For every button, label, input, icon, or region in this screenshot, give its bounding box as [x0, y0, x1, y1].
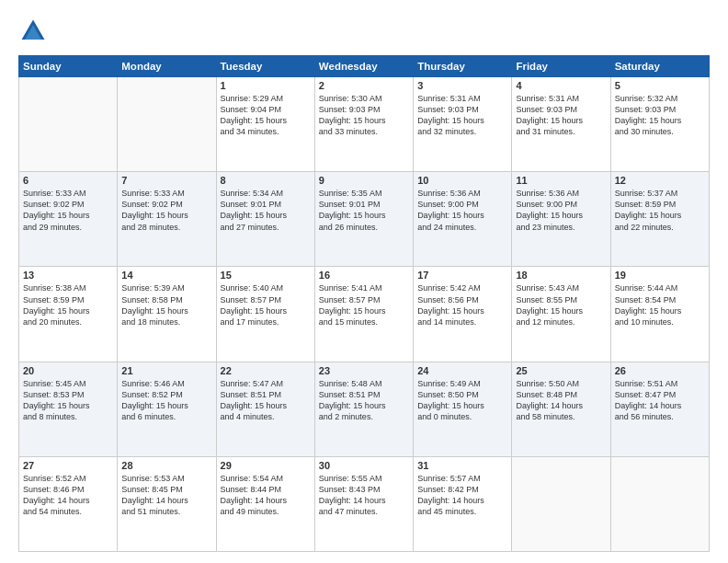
day-number: 17 [417, 270, 507, 281]
day-number: 25 [516, 365, 606, 376]
day-info: Sunrise: 5:41 AM Sunset: 8:57 PM Dayligh… [319, 282, 409, 327]
calendar-cell [118, 77, 216, 172]
calendar-cell: 10Sunrise: 5:36 AM Sunset: 9:00 PM Dayli… [414, 172, 512, 267]
weekday-header-monday: Monday [118, 56, 216, 77]
day-info: Sunrise: 5:54 AM Sunset: 8:44 PM Dayligh… [221, 473, 311, 518]
day-number: 22 [221, 365, 311, 376]
week-row-5: 27Sunrise: 5:52 AM Sunset: 8:46 PM Dayli… [19, 456, 710, 551]
calendar-cell: 23Sunrise: 5:48 AM Sunset: 8:51 PM Dayli… [314, 362, 413, 456]
calendar-cell [512, 456, 610, 551]
day-info: Sunrise: 5:33 AM Sunset: 9:02 PM Dayligh… [23, 188, 113, 233]
day-info: Sunrise: 5:32 AM Sunset: 9:03 PM Dayligh… [615, 93, 705, 138]
day-number: 28 [121, 460, 211, 471]
calendar-cell: 3Sunrise: 5:31 AM Sunset: 9:03 PM Daylig… [414, 77, 512, 172]
day-number: 15 [221, 270, 311, 281]
calendar-cell: 8Sunrise: 5:34 AM Sunset: 9:01 PM Daylig… [216, 172, 314, 267]
day-info: Sunrise: 5:33 AM Sunset: 9:02 PM Dayligh… [121, 188, 211, 233]
day-info: Sunrise: 5:42 AM Sunset: 8:56 PM Dayligh… [417, 282, 507, 327]
day-info: Sunrise: 5:43 AM Sunset: 8:55 PM Dayligh… [516, 282, 606, 327]
logo-icon [18, 17, 48, 46]
calendar-cell: 14Sunrise: 5:39 AM Sunset: 8:58 PM Dayli… [118, 267, 216, 362]
day-number: 29 [221, 460, 311, 471]
day-number: 19 [615, 270, 705, 281]
day-info: Sunrise: 5:57 AM Sunset: 8:42 PM Dayligh… [417, 473, 507, 518]
day-number: 24 [417, 365, 507, 376]
week-row-1: 1Sunrise: 5:29 AM Sunset: 9:04 PM Daylig… [19, 77, 710, 172]
day-info: Sunrise: 5:29 AM Sunset: 9:04 PM Dayligh… [221, 93, 311, 138]
calendar-cell: 16Sunrise: 5:41 AM Sunset: 8:57 PM Dayli… [314, 267, 413, 362]
weekday-header-tuesday: Tuesday [216, 56, 314, 77]
day-info: Sunrise: 5:35 AM Sunset: 9:01 PM Dayligh… [319, 188, 409, 233]
calendar-cell: 18Sunrise: 5:43 AM Sunset: 8:55 PM Dayli… [512, 267, 610, 362]
weekday-header-friday: Friday [512, 56, 610, 77]
day-number: 12 [615, 175, 705, 186]
calendar-cell: 4Sunrise: 5:31 AM Sunset: 9:03 PM Daylig… [512, 77, 610, 172]
calendar-cell: 2Sunrise: 5:30 AM Sunset: 9:03 PM Daylig… [314, 77, 413, 172]
day-info: Sunrise: 5:37 AM Sunset: 8:59 PM Dayligh… [615, 188, 705, 233]
day-info: Sunrise: 5:49 AM Sunset: 8:50 PM Dayligh… [417, 378, 507, 423]
day-info: Sunrise: 5:36 AM Sunset: 9:00 PM Dayligh… [516, 188, 606, 233]
day-number: 9 [319, 175, 409, 186]
header [18, 17, 710, 46]
calendar-cell: 30Sunrise: 5:55 AM Sunset: 8:43 PM Dayli… [314, 456, 413, 551]
calendar-cell: 25Sunrise: 5:50 AM Sunset: 8:48 PM Dayli… [512, 362, 610, 456]
day-info: Sunrise: 5:45 AM Sunset: 8:53 PM Dayligh… [23, 378, 113, 423]
day-number: 21 [121, 365, 211, 376]
day-info: Sunrise: 5:39 AM Sunset: 8:58 PM Dayligh… [121, 282, 211, 327]
calendar-cell: 17Sunrise: 5:42 AM Sunset: 8:56 PM Dayli… [414, 267, 512, 362]
day-info: Sunrise: 5:31 AM Sunset: 9:03 PM Dayligh… [516, 93, 606, 138]
day-info: Sunrise: 5:50 AM Sunset: 8:48 PM Dayligh… [516, 378, 606, 423]
day-number: 18 [516, 270, 606, 281]
calendar-cell: 26Sunrise: 5:51 AM Sunset: 8:47 PM Dayli… [610, 362, 709, 456]
day-info: Sunrise: 5:55 AM Sunset: 8:43 PM Dayligh… [319, 473, 409, 518]
day-info: Sunrise: 5:53 AM Sunset: 8:45 PM Dayligh… [121, 473, 211, 518]
calendar-cell: 13Sunrise: 5:38 AM Sunset: 8:59 PM Dayli… [19, 267, 118, 362]
calendar-cell: 28Sunrise: 5:53 AM Sunset: 8:45 PM Dayli… [118, 456, 216, 551]
calendar-cell: 12Sunrise: 5:37 AM Sunset: 8:59 PM Dayli… [610, 172, 709, 267]
day-number: 31 [417, 460, 507, 471]
weekday-header-saturday: Saturday [610, 56, 709, 77]
week-row-4: 20Sunrise: 5:45 AM Sunset: 8:53 PM Dayli… [19, 362, 710, 456]
day-number: 11 [516, 175, 606, 186]
day-number: 6 [23, 175, 113, 186]
day-info: Sunrise: 5:44 AM Sunset: 8:54 PM Dayligh… [615, 282, 705, 327]
day-info: Sunrise: 5:38 AM Sunset: 8:59 PM Dayligh… [23, 282, 113, 327]
day-number: 20 [23, 365, 113, 376]
calendar-cell: 19Sunrise: 5:44 AM Sunset: 8:54 PM Dayli… [610, 267, 709, 362]
calendar-cell: 31Sunrise: 5:57 AM Sunset: 8:42 PM Dayli… [414, 456, 512, 551]
day-number: 30 [319, 460, 409, 471]
calendar-cell: 1Sunrise: 5:29 AM Sunset: 9:04 PM Daylig… [216, 77, 314, 172]
day-info: Sunrise: 5:52 AM Sunset: 8:46 PM Dayligh… [23, 473, 113, 518]
calendar-cell: 6Sunrise: 5:33 AM Sunset: 9:02 PM Daylig… [19, 172, 118, 267]
logo [18, 17, 51, 46]
week-row-2: 6Sunrise: 5:33 AM Sunset: 9:02 PM Daylig… [19, 172, 710, 267]
day-number: 5 [615, 80, 705, 91]
day-info: Sunrise: 5:51 AM Sunset: 8:47 PM Dayligh… [615, 378, 705, 423]
day-number: 2 [319, 80, 409, 91]
day-info: Sunrise: 5:40 AM Sunset: 8:57 PM Dayligh… [221, 282, 311, 327]
day-info: Sunrise: 5:46 AM Sunset: 8:52 PM Dayligh… [121, 378, 211, 423]
calendar-cell: 22Sunrise: 5:47 AM Sunset: 8:51 PM Dayli… [216, 362, 314, 456]
calendar-cell: 20Sunrise: 5:45 AM Sunset: 8:53 PM Dayli… [19, 362, 118, 456]
weekday-header-row: SundayMondayTuesdayWednesdayThursdayFrid… [19, 56, 710, 77]
day-number: 13 [23, 270, 113, 281]
calendar-cell [610, 456, 709, 551]
day-number: 4 [516, 80, 606, 91]
day-info: Sunrise: 5:36 AM Sunset: 9:00 PM Dayligh… [417, 188, 507, 233]
weekday-header-wednesday: Wednesday [314, 56, 413, 77]
day-info: Sunrise: 5:48 AM Sunset: 8:51 PM Dayligh… [319, 378, 409, 423]
weekday-header-sunday: Sunday [19, 56, 118, 77]
day-number: 23 [319, 365, 409, 376]
calendar-cell: 7Sunrise: 5:33 AM Sunset: 9:02 PM Daylig… [118, 172, 216, 267]
day-number: 7 [121, 175, 211, 186]
calendar-cell: 15Sunrise: 5:40 AM Sunset: 8:57 PM Dayli… [216, 267, 314, 362]
day-info: Sunrise: 5:34 AM Sunset: 9:01 PM Dayligh… [221, 188, 311, 233]
calendar-cell [19, 77, 118, 172]
day-number: 8 [221, 175, 311, 186]
calendar-cell: 27Sunrise: 5:52 AM Sunset: 8:46 PM Dayli… [19, 456, 118, 551]
day-info: Sunrise: 5:30 AM Sunset: 9:03 PM Dayligh… [319, 93, 409, 138]
calendar-cell: 21Sunrise: 5:46 AM Sunset: 8:52 PM Dayli… [118, 362, 216, 456]
day-number: 1 [221, 80, 311, 91]
day-number: 10 [417, 175, 507, 186]
calendar-cell: 11Sunrise: 5:36 AM Sunset: 9:00 PM Dayli… [512, 172, 610, 267]
